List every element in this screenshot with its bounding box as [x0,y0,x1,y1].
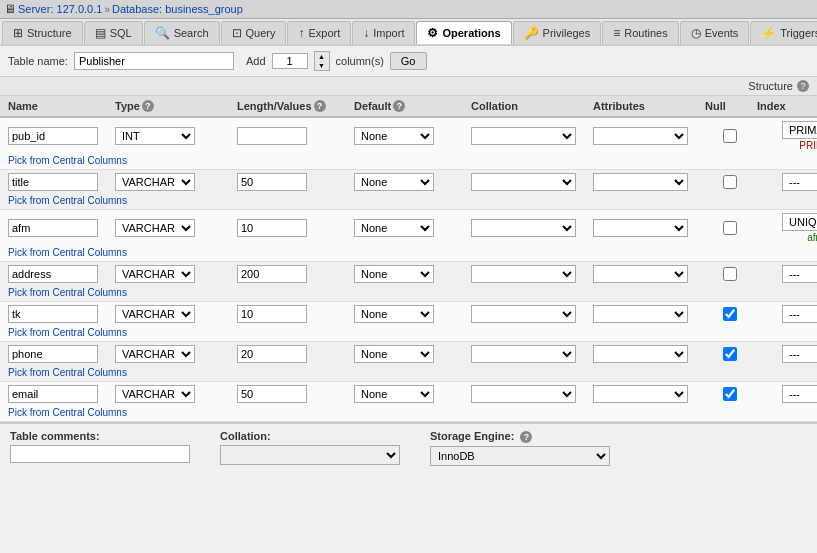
field-type-select[interactable]: INTVARCHARTEXTDATEDATETIMEFLOATDECIMALTI… [115,385,195,403]
type-help-icon[interactable]: ? [142,100,154,112]
field-length-input[interactable] [237,265,307,283]
go-button[interactable]: Go [390,52,427,70]
field-null-check[interactable] [723,307,737,321]
field-row-main-3: INTVARCHARTEXTDATEDATETIMEFLOATDECIMALTI… [0,262,817,286]
field-name-input[interactable] [8,265,98,283]
field-collation-select[interactable] [471,345,576,363]
pick-central-link[interactable]: Pick from Central Columns [8,287,127,298]
field-length-input[interactable] [237,127,307,145]
field-null-check[interactable] [723,129,737,143]
field-attr-select[interactable] [593,265,688,283]
field-index-cell: ---PRIMARYUNIQUEINDEXFULLTEXT [757,265,817,283]
default-help-icon[interactable]: ? [393,100,405,112]
pick-central-link[interactable]: Pick from Central Columns [8,367,127,378]
field-index-select[interactable]: ---PRIMARYUNIQUEINDEXFULLTEXT [782,305,817,323]
field-null-check[interactable] [723,221,737,235]
field-type-select[interactable]: INTVARCHARTEXTDATEDATETIMEFLOATDECIMALTI… [115,127,195,145]
field-default-select[interactable]: NoneNULLCURRENT_TIMESTAMPAs defined [354,265,434,283]
field-length-input[interactable] [237,219,307,237]
field-length-input[interactable] [237,173,307,191]
field-index-select[interactable]: ---PRIMARYUNIQUEINDEXFULLTEXT [782,265,817,283]
tab-sql[interactable]: ▤SQL [84,21,143,44]
spinner-down[interactable]: ▼ [315,61,329,70]
field-type-select[interactable]: INTVARCHARTEXTDATEDATETIMEFLOATDECIMALTI… [115,219,195,237]
field-collation-select[interactable] [471,219,576,237]
tab-bar: ⊞Structure▤SQL🔍Search⊡Query↑Export↓Impor… [0,19,817,46]
field-index-select[interactable]: ---PRIMARYUNIQUEINDEXFULLTEXT [782,213,817,231]
field-attr-select[interactable] [593,127,688,145]
database-link[interactable]: Database: business_group [112,3,243,15]
field-default-cell: NoneNULLCURRENT_TIMESTAMPAs defined [354,127,469,145]
field-default-select[interactable]: NoneNULLCURRENT_TIMESTAMPAs defined [354,173,434,191]
tab-import[interactable]: ↓Import [352,21,415,44]
field-null-cell [705,387,755,401]
tab-privileges[interactable]: 🔑Privileges [513,21,602,44]
field-type-select[interactable]: INTVARCHARTEXTDATEDATETIMEFLOATDECIMALTI… [115,265,195,283]
tab-export[interactable]: ↑Export [287,21,351,44]
table-comments-input[interactable] [10,445,190,463]
field-collation-select[interactable] [471,127,576,145]
length-help-icon[interactable]: ? [314,100,326,112]
tab-structure[interactable]: ⊞Structure [2,21,83,44]
field-collation-select[interactable] [471,173,576,191]
field-row-main-1: INTVARCHARTEXTDATEDATETIMEFLOATDECIMALTI… [0,170,817,194]
tab-routines[interactable]: ≡Routines [602,21,678,44]
tab-events[interactable]: ◷Events [680,21,750,44]
field-null-check[interactable] [723,175,737,189]
server-link[interactable]: Server: 127.0.0.1 [18,3,102,15]
tab-query[interactable]: ⊡Query [221,21,287,44]
field-default-select[interactable]: NoneNULLCURRENT_TIMESTAMPAs defined [354,219,434,237]
field-index-select[interactable]: ---PRIMARYUNIQUEINDEXFULLTEXT [782,385,817,403]
field-attr-select[interactable] [593,385,688,403]
add-number-input[interactable] [272,53,308,69]
operations-tab-label: Operations [442,27,500,39]
pick-central-link[interactable]: Pick from Central Columns [8,407,127,418]
tab-search[interactable]: 🔍Search [144,21,220,44]
table-name-input[interactable] [74,52,234,70]
field-name-input[interactable] [8,219,98,237]
field-index-select[interactable]: ---PRIMARYUNIQUEINDEXFULLTEXT [782,173,817,191]
field-attr-select[interactable] [593,173,688,191]
field-default-select[interactable]: NoneNULLCURRENT_TIMESTAMPAs defined [354,385,434,403]
field-name-input[interactable] [8,305,98,323]
spinner-up[interactable]: ▲ [315,52,329,61]
structure-help-icon[interactable]: ? [797,80,809,92]
field-null-check[interactable] [723,267,737,281]
field-collation-select[interactable] [471,305,576,323]
storage-help-icon[interactable]: ? [520,431,532,443]
field-length-input[interactable] [237,305,307,323]
field-null-check[interactable] [723,347,737,361]
field-null-check[interactable] [723,387,737,401]
field-default-select[interactable]: NoneNULLCURRENT_TIMESTAMPAs defined [354,127,434,145]
field-length-input[interactable] [237,385,307,403]
collation-select[interactable] [220,445,400,465]
field-null-cell [705,307,755,321]
pick-central-link[interactable]: Pick from Central Columns [8,327,127,338]
field-attr-select[interactable] [593,305,688,323]
field-index-select[interactable]: ---PRIMARYUNIQUEINDEXFULLTEXT [782,345,817,363]
tab-triggers[interactable]: ⚡Triggers [750,21,817,44]
tab-operations[interactable]: ⚙Operations [416,21,511,44]
pick-central-link[interactable]: Pick from Central Columns [8,195,127,206]
field-type-select[interactable]: INTVARCHARTEXTDATEDATETIMEFLOATDECIMALTI… [115,345,195,363]
field-name-input[interactable] [8,385,98,403]
field-default-select[interactable]: NoneNULLCURRENT_TIMESTAMPAs defined [354,305,434,323]
field-index-select[interactable]: ---PRIMARYUNIQUEINDEXFULLTEXT [782,121,817,139]
field-type-select[interactable]: INTVARCHARTEXTDATEDATETIMEFLOATDECIMALTI… [115,173,195,191]
column-headers: Name Type ? Length/Values ? Default ? Co… [0,96,817,118]
field-default-select[interactable]: NoneNULLCURRENT_TIMESTAMPAs defined [354,345,434,363]
pick-central-link[interactable]: Pick from Central Columns [8,247,127,258]
field-name-input[interactable] [8,173,98,191]
field-attr-select[interactable] [593,219,688,237]
field-length-input[interactable] [237,345,307,363]
storage-engine-select[interactable]: InnoDB MyISAM MEMORY [430,446,610,466]
field-collation-select[interactable] [471,265,576,283]
field-type-select[interactable]: INTVARCHARTEXTDATEDATETIMEFLOATDECIMALTI… [115,305,195,323]
field-collation-select[interactable] [471,385,576,403]
pick-from-central: Pick from Central Columns [0,366,817,381]
field-name-input[interactable] [8,345,98,363]
field-attr-select[interactable] [593,345,688,363]
table-row: INTVARCHARTEXTDATEDATETIMEFLOATDECIMALTI… [0,262,817,302]
pick-central-link[interactable]: Pick from Central Columns [8,155,127,166]
field-name-input[interactable] [8,127,98,145]
